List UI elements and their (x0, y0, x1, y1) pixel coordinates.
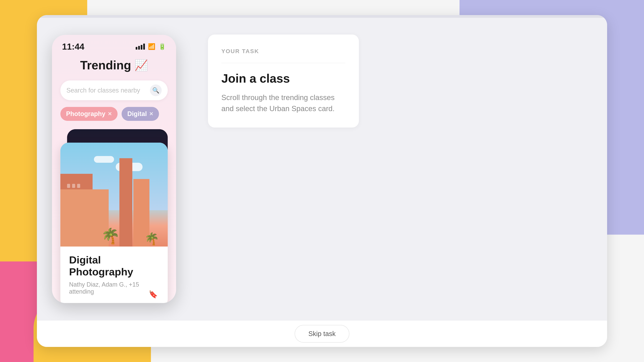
task-title: Join a class (221, 71, 346, 85)
card-attendees: Nathy Diaz, Adam G., +15 attending (69, 281, 159, 295)
trending-header: Trending 📈 (60, 58, 168, 72)
building-scene: 🌴 🌴 (60, 143, 168, 247)
photography-tag-label: Photography (66, 110, 105, 117)
signal-icon (136, 43, 145, 50)
phone-content: Trending 📈 Search for classes nearby 🔍 (52, 55, 176, 290)
search-icon: 🔍 (152, 87, 159, 94)
search-button[interactable]: 🔍 (150, 84, 162, 96)
card-stack: 🌴 🌴 Digital Photography Nathy Diaz, Adam… (60, 129, 168, 290)
task-card: YOUR TASK Join a class Scroll through th… (208, 34, 359, 128)
battery-icon: 🔋 (158, 43, 166, 50)
search-placeholder-text: Search for classes nearby (66, 87, 150, 94)
search-bar[interactable]: Search for classes nearby 🔍 (60, 80, 168, 100)
main-window: 11:44 📶 🔋 (37, 15, 607, 347)
card-info: Digital Photography Nathy Diaz, Adam G.,… (60, 247, 168, 303)
photography-tag-close[interactable]: ✕ (108, 111, 112, 117)
card-front[interactable]: 🌴 🌴 Digital Photography Nathy Diaz, Adam… (60, 143, 168, 303)
cloud-1 (94, 156, 114, 163)
trending-title: Trending (80, 58, 131, 72)
palm-tree-2: 🌴 (144, 232, 159, 246)
filter-tag-digital[interactable]: Digital ✕ (122, 107, 159, 121)
card-title: Digital Photography (69, 254, 159, 278)
palm-tree-1: 🌴 (101, 227, 120, 245)
filter-tag-photography[interactable]: Photography ✕ (60, 107, 118, 121)
digital-tag-label: Digital (127, 110, 147, 117)
bookmark-button[interactable]: 🔖 (147, 289, 159, 300)
card-image: 🌴 🌴 (60, 143, 168, 247)
digital-tag-close[interactable]: ✕ (149, 111, 153, 117)
content-area: 11:44 📶 🔋 (37, 18, 607, 320)
status-icons: 📶 🔋 (136, 43, 166, 50)
status-bar: 11:44 📶 🔋 (52, 35, 176, 55)
top-bar (37, 15, 607, 18)
task-description: Scroll through the trending classes and … (221, 92, 346, 114)
phone-frame: 11:44 📶 🔋 (52, 35, 176, 303)
wifi-icon: 📶 (148, 43, 156, 50)
trending-chart-icon: 📈 (134, 59, 148, 71)
filter-tags: Photography ✕ Digital ✕ (60, 107, 168, 121)
building-tall (120, 158, 132, 247)
skip-task-button[interactable]: Skip task (295, 325, 349, 343)
task-panel: YOUR TASK Join a class Scroll through th… (191, 18, 607, 320)
bottom-bar: Skip task (37, 320, 607, 347)
status-time: 11:44 (62, 41, 84, 52)
phone-side: 11:44 📶 🔋 (37, 18, 191, 320)
task-label: YOUR TASK (221, 48, 346, 63)
